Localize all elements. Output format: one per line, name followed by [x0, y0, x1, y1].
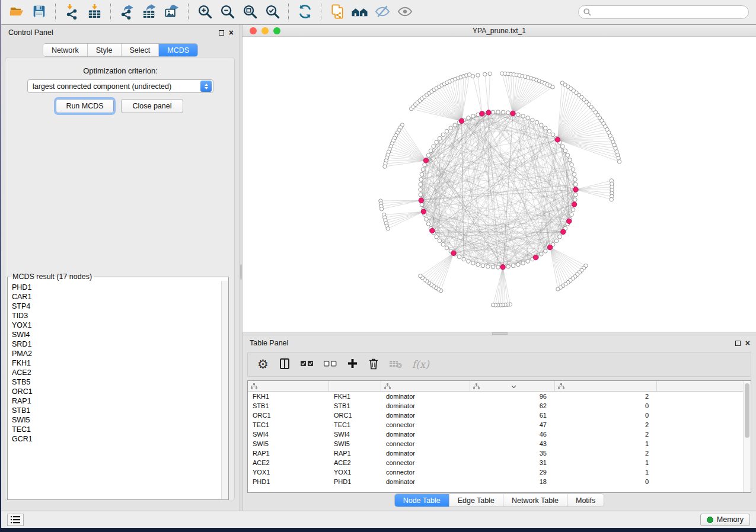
cell-successor-nodes[interactable]: 29: [470, 467, 555, 477]
zoom-in-button[interactable]: [195, 3, 214, 22]
cell-predecessor-nodes[interactable]: 1: [555, 439, 657, 448]
result-node-item[interactable]: SWI5: [12, 415, 221, 425]
cell-successor-nodes[interactable]: 62: [470, 401, 555, 411]
import-table-button[interactable]: [85, 3, 104, 22]
zoom-out-button[interactable]: [218, 3, 237, 22]
cell-MCDS-role[interactable]: connector: [381, 439, 470, 448]
import-network-button[interactable]: [62, 3, 81, 22]
cell-predecessor-nodes[interactable]: 1: [555, 467, 657, 477]
table-row[interactable]: TEC1TEC1connector472: [248, 420, 743, 430]
table-row[interactable]: STB1STB1dominator620: [248, 401, 743, 411]
table-row[interactable]: ORC1ORC1dominator610: [248, 411, 743, 420]
vertical-splitter-handle[interactable]: [240, 264, 242, 280]
clone-network-button[interactable]: [328, 3, 347, 22]
column-header-predecessor-nodes[interactable]: [555, 381, 657, 392]
column-layout-button[interactable]: [279, 355, 291, 373]
cell-successor-nodes[interactable]: 47: [470, 420, 555, 430]
result-node-item[interactable]: ORC1: [12, 387, 221, 396]
memory-button[interactable]: Memory: [700, 514, 750, 526]
tab-motifs[interactable]: Motifs: [567, 494, 604, 507]
result-node-item[interactable]: PHD1: [12, 283, 221, 292]
tab-select[interactable]: Select: [121, 44, 159, 56]
result-list-scrollbar[interactable]: [221, 281, 228, 499]
result-node-item[interactable]: TID3: [12, 311, 221, 321]
close-table-panel-icon[interactable]: ×: [745, 340, 750, 346]
cell-MCDS-role[interactable]: dominator: [381, 411, 470, 420]
table-row[interactable]: FKH1FKH1dominator962: [248, 392, 743, 401]
select-all-button[interactable]: [301, 355, 314, 373]
delete-column-button[interactable]: [368, 355, 379, 373]
cell-shared-name[interactable]: FKH1: [248, 392, 329, 401]
float-table-panel-icon[interactable]: [735, 341, 741, 346]
cell-name[interactable]: ACE2: [329, 458, 381, 467]
cell-shared-name[interactable]: PHD1: [248, 477, 329, 486]
table-scrollbar-thumb[interactable]: [745, 383, 749, 438]
cell-name[interactable]: SWI4: [329, 430, 381, 439]
cell-MCDS-role[interactable]: dominator: [381, 448, 470, 458]
apply-layout-button[interactable]: [295, 3, 314, 22]
cell-shared-name[interactable]: YOX1: [248, 467, 329, 477]
cell-name[interactable]: ORC1: [329, 411, 381, 420]
table-row[interactable]: ACE2ACE2connector311: [248, 458, 743, 467]
open-session-button[interactable]: [7, 3, 26, 22]
run-mcds-button[interactable]: Run MCDS: [56, 99, 114, 113]
cell-name[interactable]: FKH1: [329, 392, 381, 401]
cell-successor-nodes[interactable]: 43: [470, 439, 555, 448]
save-session-button[interactable]: [30, 3, 49, 22]
export-image-button[interactable]: [162, 3, 181, 22]
result-node-item[interactable]: CAR1: [12, 292, 221, 302]
result-node-item[interactable]: STP4: [12, 302, 221, 311]
first-neighbors-button[interactable]: [350, 3, 369, 22]
search-input[interactable]: [595, 7, 742, 18]
table-row[interactable]: YOX1YOX1connector291: [248, 467, 743, 477]
cell-successor-nodes[interactable]: 18: [470, 477, 555, 486]
cell-name[interactable]: PHD1: [329, 477, 381, 486]
hide-selected-button[interactable]: [373, 3, 392, 22]
float-panel-icon[interactable]: [219, 30, 224, 36]
result-node-item[interactable]: ACE2: [12, 368, 221, 377]
cell-successor-nodes[interactable]: 61: [470, 411, 555, 420]
cell-shared-name[interactable]: STB1: [248, 401, 329, 411]
tab-style[interactable]: Style: [87, 44, 121, 56]
horizontal-splitter-handle[interactable]: [492, 332, 508, 335]
table-row[interactable]: PHD1PHD1dominator180: [248, 477, 743, 486]
column-header-name[interactable]: [329, 381, 381, 392]
table-row[interactable]: SWI4SWI4dominator462: [248, 430, 743, 439]
result-node-item[interactable]: PMA2: [12, 349, 221, 358]
cell-MCDS-role[interactable]: connector: [381, 458, 470, 467]
cell-MCDS-role[interactable]: dominator: [381, 430, 470, 439]
add-column-button[interactable]: [347, 355, 358, 373]
cell-shared-name[interactable]: RAP1: [248, 448, 329, 458]
result-node-item[interactable]: TEC1: [12, 425, 221, 434]
cell-predecessor-nodes[interactable]: 2: [555, 392, 657, 401]
zoom-selected-button[interactable]: [263, 3, 282, 22]
column-header-successor-nodes[interactable]: [470, 381, 555, 392]
chevron-down-icon[interactable]: [511, 383, 516, 390]
tab-network-table[interactable]: Network Table: [503, 494, 567, 507]
cell-name[interactable]: RAP1: [329, 448, 381, 458]
tab-node-table[interactable]: Node Table: [395, 494, 449, 507]
show-all-button[interactable]: [395, 3, 414, 22]
tab-network[interactable]: Network: [43, 44, 87, 56]
cell-name[interactable]: STB1: [329, 401, 381, 411]
cell-MCDS-role[interactable]: dominator: [381, 477, 470, 486]
cell-name[interactable]: TEC1: [329, 420, 381, 430]
cell-name[interactable]: SWI5: [329, 439, 381, 448]
cell-predecessor-nodes[interactable]: 2: [555, 448, 657, 458]
result-node-item[interactable]: STB5: [12, 377, 221, 387]
search-box[interactable]: [578, 5, 749, 19]
close-panel-icon[interactable]: ×: [229, 30, 234, 36]
cell-predecessor-nodes[interactable]: 0: [555, 477, 657, 486]
result-node-item[interactable]: FKH1: [12, 358, 221, 368]
cell-successor-nodes[interactable]: 96: [470, 392, 555, 401]
zoom-fit-button[interactable]: [240, 3, 259, 22]
cell-successor-nodes[interactable]: 46: [470, 430, 555, 439]
deselect-all-button[interactable]: [324, 355, 337, 373]
task-history-button[interactable]: [7, 514, 24, 526]
result-node-item[interactable]: STB1: [12, 406, 221, 415]
cell-predecessor-nodes[interactable]: 0: [555, 401, 657, 411]
result-node-item[interactable]: SWI4: [12, 330, 221, 339]
cell-shared-name[interactable]: ACE2: [248, 458, 329, 467]
tab-edge-table[interactable]: Edge Table: [449, 494, 503, 507]
tab-mcds[interactable]: MCDS: [158, 44, 197, 56]
